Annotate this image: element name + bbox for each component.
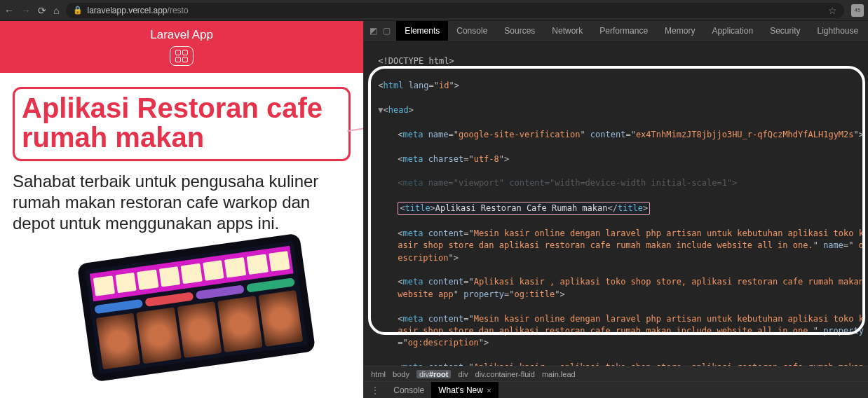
back-button[interactable]: ← [4, 5, 14, 16]
close-icon[interactable]: × [487, 386, 491, 394]
tab-application[interactable]: Application [703, 21, 761, 41]
extension-badge[interactable]: 45 [851, 4, 864, 17]
devtools-drawer: ⋮ Console What's New × [364, 381, 868, 398]
drawer-tab-console[interactable]: Console [386, 382, 431, 399]
page-headline: Aplikasi Restoran cafe rumah makan [22, 93, 341, 152]
tab-elements[interactable]: Elements [396, 21, 448, 41]
forward-button[interactable]: → [21, 5, 31, 16]
tablet-illustration [77, 233, 316, 383]
headline-callout: Aplikasi Restoran cafe rumah makan [13, 87, 351, 161]
reload-button[interactable]: ⟳ [38, 5, 46, 16]
drawer-menu-icon[interactable]: ⋮ [364, 385, 386, 395]
dom-breadcrumb[interactable]: html body div#root div div.container-flu… [364, 366, 868, 381]
tab-security[interactable]: Security [761, 21, 808, 41]
brand-title: Laravel App [0, 28, 363, 42]
tab-network[interactable]: Network [543, 21, 591, 41]
tab-lighthouse[interactable]: Lighthouse [808, 21, 867, 41]
home-button[interactable]: ⌂ [53, 5, 59, 16]
inspect-icon[interactable]: ◩ [369, 26, 377, 36]
devtools-pane: ◩ ▢ Elements Console Sources Network Per… [363, 21, 868, 398]
tab-memory[interactable]: Memory [656, 21, 703, 41]
tab-performance[interactable]: Performance [591, 21, 656, 41]
highlighted-title-tag: <title>Aplikasi Restoran Cafe Rumah maka… [398, 202, 650, 215]
tab-console[interactable]: Console [448, 21, 496, 41]
address-bar[interactable]: 🔒 laravelapp.vercel.app/resto ☆ [66, 3, 844, 18]
lock-icon: 🔒 [73, 6, 83, 15]
device-icon[interactable]: ▢ [383, 26, 391, 36]
url-host: laravelapp.vercel.app/resto [87, 6, 188, 15]
page-subtitle: Sahabat terbaik untuk pengusaha kuliner … [13, 171, 351, 234]
drawer-tab-whatsnew[interactable]: What's New × [431, 382, 498, 399]
browser-toolbar: ← → ⟳ ⌂ 🔒 laravelapp.vercel.app/resto ☆ … [0, 0, 868, 21]
devtools-header: ◩ ▢ Elements Console Sources Network Per… [364, 21, 868, 41]
tab-sources[interactable]: Sources [496, 21, 543, 41]
webpage-pane: Laravel App Aplikasi Restoran cafe rumah… [0, 21, 363, 398]
bookmark-icon[interactable]: ☆ [828, 5, 837, 16]
hero-banner: Laravel App [0, 21, 363, 73]
devtools-tabs: Elements Console Sources Network Perform… [396, 21, 867, 41]
nav-buttons: ← → ⟳ ⌂ [4, 5, 59, 16]
elements-panel[interactable]: <!DOCTYPE html> <html lang="id"> ▼<head>… [364, 41, 868, 366]
menu-grid-icon[interactable] [170, 46, 194, 66]
